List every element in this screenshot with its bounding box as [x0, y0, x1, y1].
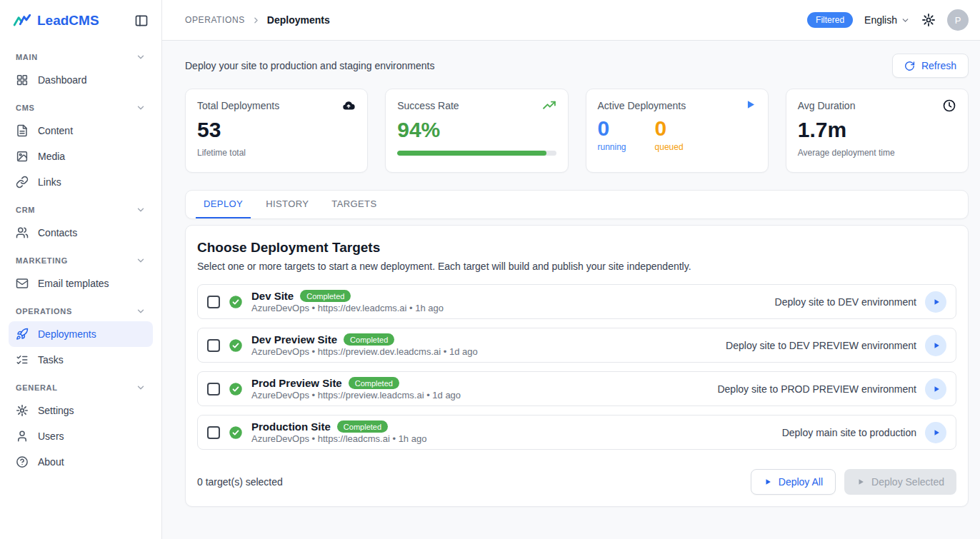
chevron-down-icon: [136, 103, 146, 113]
sidebar-section-cms[interactable]: CMS: [9, 93, 153, 118]
chevron-down-icon: [136, 52, 146, 62]
sidebar-item-tasks[interactable]: Tasks: [9, 347, 153, 373]
play-icon: [932, 298, 941, 306]
queued-stat: 0 queued: [655, 116, 684, 152]
check-circle-icon: [229, 382, 243, 396]
sidebar-item-label: Content: [38, 125, 73, 136]
sidebar-item-label: Tasks: [38, 354, 64, 366]
breadcrumb-parent[interactable]: OPERATIONS: [185, 15, 245, 25]
sidebar-item-label: Links: [38, 176, 61, 188]
contacts-icon: [16, 226, 29, 239]
deploy-dev-site-button[interactable]: [925, 291, 946, 313]
status-badge: Completed: [337, 420, 388, 433]
sidebar-section-operations[interactable]: OPERATIONS: [9, 296, 153, 321]
sidebar-item-label: Email templates: [38, 278, 109, 289]
sidebar-item-dashboard[interactable]: Dashboard: [9, 67, 153, 93]
target-row-dev-site: Dev Site Completed AzureDevOps • https:/…: [197, 284, 956, 319]
tabs: DEPLOY HISTORY TARGETS: [185, 190, 969, 219]
language-selector[interactable]: English: [864, 14, 910, 26]
filtered-badge[interactable]: Filtered: [807, 12, 853, 28]
stat-card-total-deployments: Total Deployments 53 Lifetime total: [185, 89, 368, 173]
refresh-label: Refresh: [921, 60, 956, 71]
sidebar-item-media[interactable]: Media: [9, 143, 153, 169]
target-action-text: Deploy site to PROD PREVIEW environment: [717, 383, 916, 395]
sidebar-item-settings[interactable]: Settings: [9, 398, 153, 423]
brand-logo[interactable]: LeadCMS: [13, 11, 99, 30]
settings-gear-button[interactable]: [921, 13, 936, 27]
sidebar-section-general[interactable]: GENERAL: [9, 373, 153, 398]
sidebar-item-users[interactable]: Users: [9, 423, 153, 449]
help-circle-icon: [16, 455, 29, 468]
target-checkbox-dev-site[interactable]: [207, 296, 220, 308]
deploy-all-button[interactable]: Deploy All: [751, 469, 836, 495]
app-root: LeadCMS MAIN Dashboard CMS Content: [0, 0, 980, 539]
deploy-selected-label: Deploy Selected: [871, 476, 944, 488]
tab-deploy[interactable]: DEPLOY: [196, 191, 251, 218]
stats-grid: Total Deployments 53 Lifetime total Succ…: [185, 89, 969, 173]
running-value: 0: [598, 116, 626, 140]
sidebar-item-label: Dashboard: [38, 74, 87, 86]
chevron-down-icon: [901, 16, 910, 25]
gear-icon: [921, 13, 936, 27]
success-rate-progress-fill: [397, 151, 546, 156]
section-label: OPERATIONS: [16, 307, 72, 316]
trending-up-icon: [542, 99, 556, 113]
target-checkbox-prod-preview-site[interactable]: [207, 383, 220, 396]
target-action-text: Deploy site to DEV PREVIEW environment: [726, 340, 916, 351]
refresh-button[interactable]: Refresh: [892, 54, 969, 78]
sidebar-item-label: Media: [38, 151, 65, 162]
selected-count: 0 target(s) selected: [197, 476, 283, 488]
sidebar-item-links[interactable]: Links: [9, 169, 153, 195]
collapse-sidebar-button[interactable]: [131, 11, 151, 31]
status-badge: Completed: [344, 333, 394, 346]
panel-footer: 0 target(s) selected Deploy All Deploy S…: [197, 469, 956, 495]
chevron-down-icon: [136, 205, 146, 215]
media-icon: [16, 150, 29, 163]
sidebar-section-main[interactable]: MAIN: [9, 42, 153, 67]
target-title: Dev Preview Site: [251, 333, 337, 346]
deploy-selected-button[interactable]: Deploy Selected: [844, 469, 956, 495]
deploy-dev-preview-site-button[interactable]: [925, 335, 946, 356]
tasks-icon: [16, 353, 29, 366]
section-label: MAIN: [16, 53, 38, 61]
target-info: Dev Preview Site Completed AzureDevOps •…: [251, 333, 717, 357]
deploy-prod-preview-site-button[interactable]: [925, 378, 946, 400]
target-meta: AzureDevOps • https://preview.dev.leadcm…: [251, 346, 717, 357]
content-icon: [16, 124, 29, 137]
chevron-down-icon: [136, 383, 146, 393]
play-icon: [856, 478, 865, 486]
sidebar-section-crm[interactable]: CRM: [9, 195, 153, 220]
section-label: MARKETING: [16, 256, 68, 265]
page-subtitle: Deploy your site to production and stagi…: [185, 60, 434, 71]
sidebar-item-about[interactable]: About: [9, 449, 153, 475]
chevron-down-icon: [136, 256, 146, 266]
breadcrumb: OPERATIONS Deployments: [185, 14, 330, 26]
sidebar-item-label: Deployments: [38, 328, 96, 340]
deploy-production-site-button[interactable]: [925, 422, 946, 443]
target-action-text: Deploy site to DEV environment: [775, 296, 916, 308]
stat-card-avg-duration: Avg Duration 1.7m Average deployment tim…: [786, 89, 969, 173]
sidebar-item-contacts[interactable]: Contacts: [9, 220, 153, 246]
play-icon: [932, 341, 941, 350]
sidebar-item-content[interactable]: Content: [9, 118, 153, 143]
clock-icon: [942, 99, 956, 113]
sidebar-item-deployments[interactable]: Deployments: [9, 321, 153, 347]
target-checkbox-production-site[interactable]: [207, 426, 220, 439]
sidebar-section-marketing[interactable]: MARKETING: [9, 246, 153, 271]
sidebar-nav: MAIN Dashboard CMS Content Media Li: [0, 41, 161, 476]
stat-value: 94%: [397, 118, 556, 141]
tab-targets[interactable]: TARGETS: [324, 191, 384, 218]
tab-history[interactable]: HISTORY: [258, 191, 316, 218]
target-row-production-site: Production Site Completed AzureDevOps • …: [197, 415, 956, 450]
brand-name: LeadCMS: [37, 13, 99, 29]
page-head: Deploy your site to production and stagi…: [185, 54, 969, 78]
target-checkbox-dev-preview-site[interactable]: [207, 339, 220, 352]
chevron-down-icon: [136, 306, 146, 316]
sidebar: LeadCMS MAIN Dashboard CMS Content: [0, 0, 162, 539]
sidebar-item-email-templates[interactable]: Email templates: [9, 271, 153, 296]
panel-collapse-icon: [134, 14, 149, 28]
play-icon: [932, 385, 941, 393]
section-label: CRM: [16, 206, 35, 214]
play-icon: [744, 99, 756, 111]
avatar[interactable]: P: [947, 9, 969, 31]
